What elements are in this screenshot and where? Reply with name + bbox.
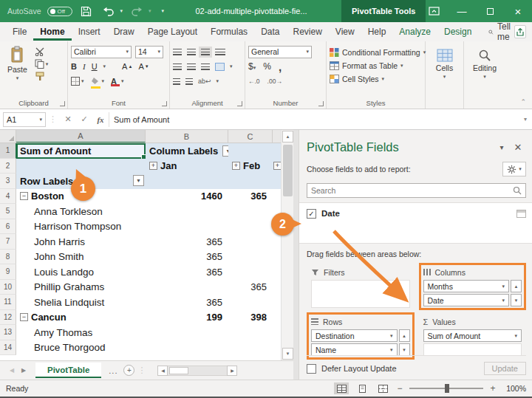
copy-icon[interactable] bbox=[35, 59, 44, 69]
bold-button[interactable]: B bbox=[71, 62, 77, 71]
defer-layout-checkbox[interactable] bbox=[307, 364, 316, 374]
cell-a5[interactable]: Anna Torkleson bbox=[16, 204, 146, 219]
quick-access-customize-icon[interactable]: ▾ bbox=[162, 8, 165, 14]
move-down-icon[interactable]: ▼ bbox=[399, 343, 410, 356]
maximize-button[interactable] bbox=[476, 0, 504, 22]
conditional-formatting-button[interactable]: Conditional Formatting▾ bbox=[330, 46, 422, 59]
redo-dropdown-icon[interactable]: ▾ bbox=[149, 8, 151, 14]
move-up-icon[interactable]: ▲ bbox=[399, 329, 410, 342]
chevron-down-icon[interactable]: ▾ bbox=[514, 333, 517, 339]
cut-icon[interactable] bbox=[35, 47, 45, 56]
menu-tab-draw[interactable]: Draw bbox=[107, 24, 141, 41]
font-dialog-launcher[interactable] bbox=[162, 101, 167, 106]
tell-me-box[interactable]: Tell me bbox=[488, 21, 514, 42]
italic-button[interactable]: I bbox=[83, 62, 86, 71]
align-top-icon[interactable] bbox=[173, 49, 182, 55]
date-checkbox[interactable]: ✓ bbox=[307, 209, 316, 219]
decrease-decimal-button[interactable]: .00→ bbox=[267, 78, 282, 85]
cancel-entry-icon[interactable]: ✕ bbox=[60, 114, 76, 124]
cell-a7[interactable]: John Harris bbox=[16, 234, 146, 250]
zoom-slider-thumb[interactable] bbox=[445, 384, 449, 393]
align-middle-icon[interactable] bbox=[187, 49, 196, 55]
chevron-down-icon[interactable]: ▾ bbox=[390, 347, 393, 353]
format-painter-icon[interactable] bbox=[35, 72, 45, 81]
cell-c10[interactable]: 365 bbox=[228, 280, 273, 295]
row-header-8[interactable]: 8 bbox=[0, 250, 16, 265]
percent-format-button[interactable]: % bbox=[263, 61, 271, 72]
collapse-ribbon-icon[interactable]: ⌃ bbox=[520, 98, 526, 106]
zoom-in-icon[interactable]: + bbox=[489, 383, 497, 394]
menu-tab-design[interactable]: Design bbox=[437, 24, 478, 41]
cell-b3[interactable] bbox=[146, 174, 228, 189]
cell-c4[interactable]: 365 bbox=[228, 189, 273, 205]
zoom-out-icon[interactable]: − bbox=[396, 383, 403, 394]
collapse-icon[interactable]: − bbox=[20, 313, 28, 321]
expand-icon[interactable]: + bbox=[273, 162, 281, 170]
cell-a6[interactable]: Harrison Thompson bbox=[16, 219, 146, 235]
formula-input[interactable]: Sum of Amount bbox=[109, 112, 519, 127]
select-all-corner[interactable] bbox=[0, 130, 16, 143]
expand-formula-bar-icon[interactable]: ▾ bbox=[519, 116, 532, 123]
prev-sheet-icon[interactable]: ◀ bbox=[6, 367, 18, 374]
vertical-scrollbar[interactable]: ▲ ▼ bbox=[281, 130, 293, 360]
cell-c7[interactable] bbox=[228, 234, 273, 250]
shrink-font-button[interactable]: A▼ bbox=[138, 62, 149, 71]
next-sheet-icon[interactable]: ▶ bbox=[18, 367, 30, 374]
font-family-combo[interactable]: Calibri▾ bbox=[71, 46, 132, 58]
row-header-13[interactable]: 13 bbox=[0, 325, 16, 340]
update-button[interactable]: Update bbox=[484, 362, 526, 375]
fields-search-box[interactable] bbox=[307, 183, 526, 198]
cells-button[interactable]: Cells▾ bbox=[429, 44, 460, 81]
cell-b7[interactable]: 365 bbox=[146, 234, 228, 250]
align-left-icon[interactable] bbox=[173, 64, 182, 70]
close-button[interactable]: × bbox=[504, 0, 532, 22]
scroll-up-icon[interactable]: ▲ bbox=[282, 131, 293, 143]
cell-c13[interactable] bbox=[228, 325, 273, 340]
cell-a14[interactable]: Bruce Thorgood bbox=[16, 340, 146, 356]
cell-c9[interactable] bbox=[228, 264, 273, 280]
redo-button[interactable] bbox=[129, 3, 145, 19]
cell-c12[interactable]: 398 bbox=[228, 310, 273, 326]
comma-format-button[interactable]: , bbox=[279, 61, 282, 73]
cell-b14[interactable] bbox=[146, 340, 228, 356]
confirm-entry-icon[interactable]: ✓ bbox=[76, 114, 92, 124]
wrap-text-icon[interactable]: ab↩ bbox=[198, 78, 211, 85]
row-header-1[interactable]: 1 bbox=[0, 143, 16, 159]
field-chip-months[interactable]: Months▾ bbox=[423, 280, 510, 292]
cell-a11[interactable]: Shelia Lindquist bbox=[16, 295, 146, 310]
menu-tab-review[interactable]: Review bbox=[286, 24, 328, 41]
row-header-7[interactable]: 7 bbox=[0, 234, 16, 250]
cell-c11[interactable] bbox=[228, 295, 273, 310]
sheet-tab-pivottable[interactable]: PivotTable bbox=[35, 363, 101, 378]
insert-function-button[interactable]: fx bbox=[92, 115, 109, 124]
chevron-down-icon[interactable]: ▾ bbox=[390, 333, 393, 339]
page-break-view-icon[interactable] bbox=[375, 382, 390, 394]
format-as-table-button[interactable]: Format as Table▾ bbox=[330, 59, 422, 72]
cell-c5[interactable] bbox=[228, 204, 273, 219]
alignment-dialog-launcher[interactable] bbox=[237, 101, 242, 106]
cell-a9[interactable]: Louis Landgo bbox=[16, 264, 146, 280]
field-chip-destination[interactable]: Destination▾ bbox=[311, 329, 398, 342]
cell-c3[interactable] bbox=[228, 174, 273, 189]
cell-c6[interactable] bbox=[228, 219, 273, 235]
menu-tab-data[interactable]: Data bbox=[254, 24, 286, 41]
more-sheets-button[interactable]: ... bbox=[109, 366, 117, 375]
number-format-combo[interactable]: General▾ bbox=[248, 46, 312, 58]
row-header-10[interactable]: 10 bbox=[0, 280, 16, 295]
cell-a12[interactable]: −Cancun bbox=[16, 310, 146, 326]
row-header-4[interactable]: 4 bbox=[0, 189, 16, 205]
cell-c14[interactable] bbox=[228, 340, 273, 356]
values-dropzone[interactable] bbox=[423, 343, 522, 356]
field-chip-date[interactable]: Date▾ bbox=[423, 294, 510, 306]
menu-tab-analyze[interactable]: Analyze bbox=[392, 24, 437, 41]
row-header-3[interactable]: 3 bbox=[0, 174, 16, 189]
increase-decimal-button[interactable]: ←.0 bbox=[248, 78, 260, 85]
move-up-icon[interactable]: ▲ bbox=[511, 280, 522, 292]
row-header-2[interactable]: 2 bbox=[0, 159, 16, 174]
row-header-11[interactable]: 11 bbox=[0, 295, 16, 310]
save-button[interactable] bbox=[78, 3, 95, 19]
scroll-down-icon[interactable]: ▼ bbox=[282, 348, 293, 360]
minimize-button[interactable]: — bbox=[448, 0, 476, 22]
autosave-toggle[interactable]: Off bbox=[47, 7, 72, 16]
cell-b4[interactable]: 1460 bbox=[146, 189, 228, 205]
